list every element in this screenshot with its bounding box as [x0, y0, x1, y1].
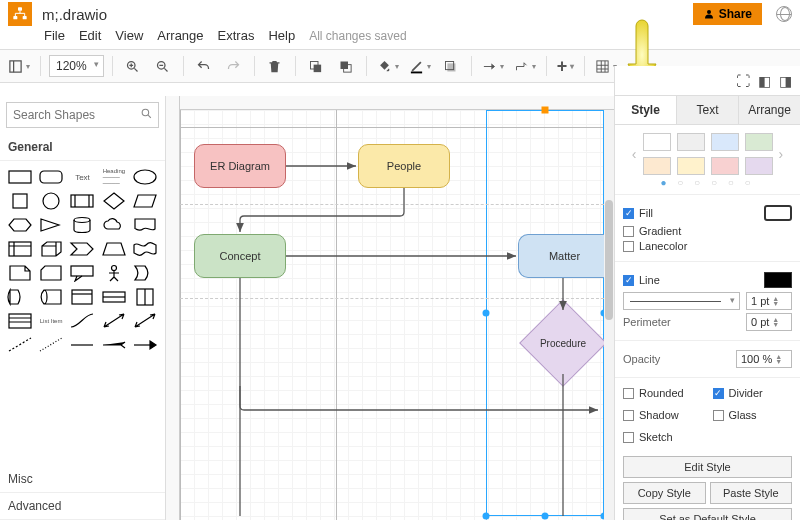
shape-datastore[interactable] [37, 287, 64, 307]
rounded-checkbox[interactable]: Rounded [623, 387, 703, 399]
shape-process[interactable] [69, 191, 96, 211]
shape-curve-right[interactable] [132, 263, 159, 283]
shape-internal[interactable] [6, 239, 33, 259]
shape-cylinder[interactable] [69, 215, 96, 235]
shape-dashed[interactable] [6, 335, 33, 355]
lane-border-0[interactable] [180, 110, 181, 520]
edit-style-button[interactable]: Edit Style [623, 456, 792, 478]
swatch-2[interactable] [677, 133, 705, 151]
divider-checkbox[interactable]: ✓Divider [713, 387, 793, 399]
search-input[interactable] [6, 102, 159, 128]
shape-square[interactable] [6, 191, 33, 211]
swatch-4[interactable] [745, 133, 773, 151]
shape-vline[interactable] [132, 287, 159, 307]
rotate-handle[interactable] [542, 107, 549, 114]
shape-rect[interactable] [6, 167, 33, 187]
shape-triangle[interactable] [37, 215, 64, 235]
tab-arrange[interactable]: Arrange [739, 96, 800, 124]
insert-icon[interactable]: + [555, 54, 577, 78]
node-people[interactable]: People [358, 144, 450, 188]
node-concept[interactable]: Concept [194, 234, 286, 278]
collapse-right-icon[interactable]: ◧ [758, 73, 771, 89]
resize-handle-sw[interactable] [483, 513, 490, 520]
fill-color-icon[interactable] [375, 54, 401, 78]
line-color-icon[interactable] [407, 54, 433, 78]
fill-checkbox[interactable]: ✓Fill [623, 207, 653, 219]
shadow-checkbox[interactable]: Shadow [623, 409, 703, 421]
zoom-select[interactable]: 120% [49, 55, 104, 77]
view-mode-button[interactable] [6, 54, 32, 78]
shape-diamond[interactable] [100, 191, 127, 211]
line-color-swatch[interactable] [764, 272, 792, 288]
fullscreen-icon[interactable]: ⛶ [736, 73, 750, 89]
opacity-input[interactable]: 100 %▲▼ [736, 350, 792, 368]
canvas-scrollbar[interactable] [604, 110, 614, 520]
set-default-style-button[interactable]: Set as Default Style [623, 508, 792, 520]
shape-tape[interactable] [132, 239, 159, 259]
zoom-in-icon[interactable] [121, 54, 145, 78]
shape-ellipse[interactable] [132, 167, 159, 187]
shape-or[interactable] [6, 287, 33, 307]
line-style-select[interactable] [623, 292, 740, 310]
zoom-out-icon[interactable] [151, 54, 175, 78]
swatch-7[interactable] [711, 157, 739, 175]
shape-document[interactable] [132, 215, 159, 235]
swatch-pager[interactable]: ● ○ ○ ○ ○ ○ [615, 177, 800, 194]
waypoint-icon[interactable] [512, 54, 538, 78]
menu-arrange[interactable]: Arrange [157, 28, 203, 43]
shape-actor[interactable] [100, 263, 127, 283]
shape-hexagon[interactable] [6, 215, 33, 235]
resize-handle-w[interactable] [483, 310, 490, 317]
swatch-prev-icon[interactable]: ‹ [630, 146, 639, 162]
shape-list[interactable] [6, 311, 33, 331]
shape-cloud[interactable] [100, 215, 127, 235]
shape-line1[interactable] [69, 335, 96, 355]
perimeter-input[interactable]: 0 pt▲▼ [746, 313, 792, 331]
group-misc[interactable]: Misc [0, 466, 165, 493]
shape-roundrect[interactable] [37, 167, 64, 187]
line-checkbox[interactable]: ✓Line [623, 274, 660, 286]
tab-style[interactable]: Style [615, 96, 677, 124]
swatch-8[interactable] [745, 157, 773, 175]
node-er-diagram[interactable]: ER Diagram [194, 144, 286, 188]
menu-help[interactable]: Help [268, 28, 295, 43]
group-general[interactable]: General [0, 134, 165, 161]
swatch-5[interactable] [643, 157, 671, 175]
shape-trapezoid[interactable] [100, 239, 127, 259]
gradient-checkbox[interactable]: Gradient [623, 225, 792, 237]
tab-text[interactable]: Text [677, 96, 739, 124]
scrollbar-thumb[interactable] [605, 200, 613, 320]
fill-color-swatch[interactable] [764, 205, 792, 221]
swatch-next-icon[interactable]: › [777, 146, 786, 162]
canvas[interactable]: ER Diagram People Concept Matter Procedu… [166, 96, 614, 520]
menu-extras[interactable]: Extras [218, 28, 255, 43]
shape-window[interactable] [69, 287, 96, 307]
collapse-format-icon[interactable]: ◨ [779, 73, 792, 89]
shape-dotted[interactable] [37, 335, 64, 355]
copy-style-button[interactable]: Copy Style [623, 482, 706, 504]
node-procedure[interactable]: Procedure [532, 312, 594, 374]
menu-file[interactable]: File [44, 28, 65, 43]
shape-line2[interactable] [100, 335, 127, 355]
undo-icon[interactable] [192, 54, 216, 78]
sketch-checkbox[interactable]: Sketch [623, 431, 703, 443]
line-width-input[interactable]: 1 pt▲▼ [746, 292, 792, 310]
share-button[interactable]: Share [693, 3, 762, 25]
shape-biarrow[interactable] [100, 311, 127, 331]
shape-note[interactable] [6, 263, 33, 283]
shape-listitem[interactable]: List Item [37, 311, 64, 331]
shape-line3[interactable] [132, 335, 159, 355]
to-front-icon[interactable] [304, 54, 328, 78]
redo-icon[interactable] [222, 54, 246, 78]
app-logo[interactable] [8, 2, 32, 26]
group-advanced[interactable]: Advanced [0, 493, 165, 520]
menu-edit[interactable]: Edit [79, 28, 101, 43]
shape-cube[interactable] [37, 239, 64, 259]
shape-circle[interactable] [37, 191, 64, 211]
shape-curve[interactable] [69, 311, 96, 331]
resize-handle-s[interactable] [542, 513, 549, 520]
shape-heading[interactable]: Heading──────── [100, 167, 127, 187]
language-icon[interactable] [776, 6, 792, 22]
lanecolor-checkbox[interactable]: Lanecolor [623, 240, 792, 252]
connection-icon[interactable] [480, 54, 506, 78]
